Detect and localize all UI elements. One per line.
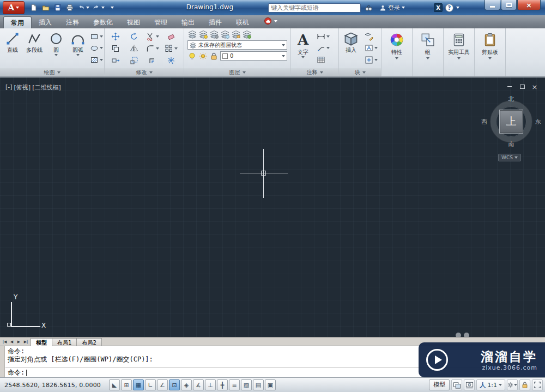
text-button[interactable]: A 文字 xyxy=(293,29,313,67)
ribbon-tab-output[interactable]: 输出 xyxy=(174,16,202,28)
open-file-button[interactable] xyxy=(40,2,51,13)
plot-button[interactable] xyxy=(64,2,75,13)
grid-display-toggle[interactable]: ▦ xyxy=(133,379,144,390)
annotation-scale-control[interactable]: 人 1:1 xyxy=(476,379,505,390)
utilities-panel-button[interactable]: 实用工具 xyxy=(444,28,474,76)
viewcube[interactable]: 北 南 西 东 上 xyxy=(485,95,537,148)
arc-button[interactable]: 圆弧 xyxy=(67,29,89,67)
insert-block-button[interactable]: 插入 xyxy=(341,29,361,67)
dimension-button[interactable] xyxy=(316,32,331,41)
polar-tracking-toggle[interactable]: ∠ xyxy=(157,379,168,390)
lineweight-toggle[interactable]: ≡ xyxy=(229,379,240,390)
scale-button[interactable] xyxy=(129,56,140,65)
previous-tab-button[interactable]: ◀ xyxy=(8,338,15,346)
ribbon-tab-view[interactable]: 视图 xyxy=(120,16,147,28)
object-snap-tracking-toggle[interactable]: ∡ xyxy=(193,379,204,390)
dynamic-input-toggle[interactable]: ╋ xyxy=(217,379,228,390)
viewport-restore-button[interactable] xyxy=(518,83,526,91)
clean-screen-button[interactable] xyxy=(532,379,543,390)
viewcube-west[interactable]: 西 xyxy=(481,118,487,126)
explode-button[interactable] xyxy=(166,56,177,65)
3d-object-snap-toggle[interactable]: ◈ xyxy=(181,379,192,390)
sign-in-button[interactable]: 登录 xyxy=(379,4,405,12)
ribbon-tab-home[interactable]: 常用 xyxy=(3,16,32,28)
properties-panel-button[interactable]: 特性 xyxy=(382,28,412,76)
layout-tab-layout2[interactable]: 布局2 xyxy=(76,338,101,346)
edit-block-button[interactable] xyxy=(364,32,379,41)
command-window-grip[interactable] xyxy=(0,346,5,377)
viewport-menu-control[interactable]: [-] xyxy=(5,83,13,92)
hatch-button[interactable] xyxy=(89,55,104,65)
ellipse-button[interactable] xyxy=(89,43,104,53)
layer-match-button[interactable] xyxy=(242,30,251,39)
layer-isolate-button[interactable] xyxy=(209,30,219,39)
modify-panel-label[interactable]: 修改 xyxy=(105,68,184,76)
save-button[interactable] xyxy=(52,2,63,13)
mirror-button[interactable] xyxy=(129,44,140,53)
groups-panel-button[interactable]: 组 xyxy=(413,28,443,76)
clipboard-panel-button[interactable]: 剪贴板 xyxy=(475,28,505,76)
move-button[interactable] xyxy=(110,32,121,41)
block-editor-button[interactable] xyxy=(364,55,379,65)
drawing-viewport[interactable]: [-] [俯视] [二维线框] × 北 南 西 东 上 WCS Y X xyxy=(0,77,545,337)
annotation-panel-label[interactable]: 注释 xyxy=(291,68,338,76)
table-button[interactable] xyxy=(316,55,331,65)
online-services[interactable] xyxy=(264,15,277,28)
wcs-dropdown[interactable]: WCS xyxy=(498,154,521,161)
exchange-apps-button[interactable]: X xyxy=(434,3,443,12)
layer-on-off-icon[interactable] xyxy=(187,52,197,61)
draw-panel-label[interactable]: 绘图 xyxy=(0,68,104,76)
layer-off-button[interactable] xyxy=(198,30,208,39)
copy-button[interactable] xyxy=(110,44,121,53)
define-attributes-button[interactable] xyxy=(364,43,379,53)
quick-properties-toggle[interactable]: ▤ xyxy=(253,379,264,390)
undo-button[interactable] xyxy=(76,2,90,13)
redo-button[interactable] xyxy=(92,2,106,13)
ortho-mode-toggle[interactable]: ∟ xyxy=(145,379,156,390)
new-file-button[interactable] xyxy=(28,2,39,13)
block-panel-label[interactable]: 块 xyxy=(339,68,381,76)
offset-button[interactable] xyxy=(147,56,158,65)
layer-properties-button[interactable] xyxy=(187,30,197,39)
infer-constraints-toggle[interactable]: ◣ xyxy=(109,379,120,390)
search-button[interactable] xyxy=(364,3,373,13)
selection-cycling-toggle[interactable]: ▣ xyxy=(265,379,276,390)
dynamic-ucs-toggle[interactable]: ⊥ xyxy=(205,379,216,390)
ribbon-tab-online[interactable]: 联机 xyxy=(229,16,256,28)
maximize-button[interactable] xyxy=(501,0,517,10)
viewport-close-button[interactable]: × xyxy=(531,83,538,91)
visual-style-control[interactable]: [二维线框] xyxy=(32,83,61,92)
first-tab-button[interactable]: |◀ xyxy=(1,338,8,346)
ribbon-tab-parametric[interactable]: 参数化 xyxy=(86,16,120,28)
quick-view-drawings-button[interactable] xyxy=(464,379,475,390)
help-button[interactable]: ? xyxy=(445,4,453,12)
viewcube-south[interactable]: 南 xyxy=(485,140,537,148)
next-tab-button[interactable]: ▶ xyxy=(15,338,22,346)
multileader-button[interactable] xyxy=(316,43,331,53)
last-tab-button[interactable]: ▶| xyxy=(22,338,29,346)
polyline-button[interactable]: 多段线 xyxy=(23,29,45,67)
viewcube-east[interactable]: 东 xyxy=(535,118,541,126)
trim-button[interactable] xyxy=(145,32,160,41)
ribbon-tab-manage[interactable]: 管理 xyxy=(147,16,174,28)
application-menu-button[interactable]: A xyxy=(3,1,25,14)
viewport-minimize-button[interactable] xyxy=(506,83,513,91)
model-space-button[interactable]: 模型 xyxy=(429,379,450,390)
current-layer-dropdown[interactable]: 0 xyxy=(220,51,287,61)
workspace-switching-button[interactable] xyxy=(507,379,518,390)
layout-tab-layout1[interactable]: 布局1 xyxy=(52,338,77,346)
object-snap-toggle[interactable]: ⊡ xyxy=(169,379,180,390)
ribbon-tab-annotate[interactable]: 注释 xyxy=(59,16,86,28)
layer-freeze-button[interactable] xyxy=(220,30,229,39)
erase-button[interactable] xyxy=(166,32,177,41)
customize-quick-access-button[interactable] xyxy=(107,2,118,13)
viewcube-top-face[interactable]: 上 xyxy=(499,110,523,134)
layer-thaw-icon[interactable] xyxy=(198,52,208,61)
layer-state-dropdown[interactable]: 未保存的图层状态 xyxy=(187,40,287,50)
layers-panel-label[interactable]: 图层 xyxy=(184,68,290,76)
ribbon-tab-insert[interactable]: 插入 xyxy=(32,16,59,28)
fillet-button[interactable] xyxy=(145,44,160,53)
snap-mode-toggle[interactable]: ⊞ xyxy=(121,379,132,390)
search-input[interactable] xyxy=(268,3,361,13)
toolbar-lock-button[interactable] xyxy=(519,379,530,390)
